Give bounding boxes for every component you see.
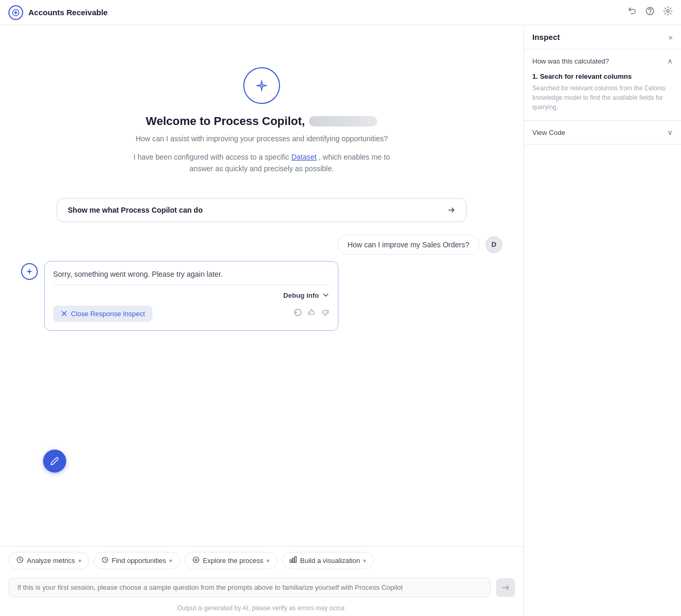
header-left: Accounts Receivable	[8, 5, 108, 20]
chip-find-opportunities[interactable]: Find opportunities ▾	[94, 552, 180, 569]
view-code-label: View Code	[532, 129, 565, 137]
debug-info-button[interactable]: Debug info	[283, 291, 329, 299]
undo-icon[interactable]	[627, 6, 637, 18]
show-me-button[interactable]: Show me what Process Copilot can do	[57, 198, 467, 222]
build-visualization-icon	[290, 556, 297, 565]
disclaimer-text: Output is generated by AI, please verify…	[0, 602, 523, 616]
how-calculated-chevron: ∧	[667, 57, 673, 65]
analyze-metrics-label: Analyze metrics	[27, 557, 75, 565]
welcome-title: Welcome to Process Copilot,	[146, 114, 378, 128]
explore-process-label: Explore the process	[203, 557, 263, 565]
svg-point-5	[195, 559, 197, 561]
chat-area: Welcome to Process Copilot, How can I as…	[0, 25, 523, 616]
welcome-dataset-text: I have been configured with access to a …	[125, 151, 398, 175]
analyze-metrics-chevron: ▾	[78, 557, 81, 565]
bot-avatar-icon	[21, 263, 38, 280]
svg-point-4	[193, 557, 199, 563]
inspect-view-code-header[interactable]: View Code ∨	[524, 121, 681, 144]
explore-process-icon	[192, 556, 200, 565]
explore-process-chevron: ▾	[266, 557, 270, 565]
header-actions	[627, 6, 673, 18]
bottom-toolbar: Analyze metrics ▾ Find opportunities ▾	[0, 546, 523, 616]
inspect-view-code-section: View Code ∨	[524, 121, 681, 144]
build-visualization-chevron: ▾	[363, 557, 366, 565]
svg-rect-8	[295, 557, 296, 562]
find-opportunities-icon	[101, 556, 109, 565]
user-message-row: How can I improve my Sales Orders? D	[21, 235, 502, 255]
show-me-label: Show me what Process Copilot can do	[68, 206, 203, 214]
error-text: Sorry, something went wrong. Please try …	[53, 270, 329, 278]
app-title: Accounts Receivable	[28, 8, 108, 17]
svg-rect-6	[290, 560, 292, 562]
thumbs-up-icon[interactable]	[307, 308, 316, 319]
user-message-bubble: How can I improve my Sales Orders?	[337, 235, 479, 255]
inspect-expand-icon[interactable]: »	[668, 33, 673, 41]
chip-explore-process[interactable]: Explore the process ▾	[184, 552, 277, 569]
svg-point-2	[667, 10, 669, 13]
build-visualization-label: Build a visualization	[300, 557, 360, 565]
view-code-chevron: ∨	[667, 128, 673, 137]
main-layout: Welcome to Process Copilot, How can I as…	[0, 25, 681, 616]
prompt-chips: Analyze metrics ▾ Find opportunities ▾	[0, 547, 523, 575]
chip-analyze-metrics[interactable]: Analyze metrics ▾	[8, 552, 89, 569]
compose-fab-button[interactable]	[43, 450, 66, 473]
feedback-icons	[294, 308, 329, 319]
welcome-title-text: Welcome to Process Copilot,	[146, 114, 305, 128]
inspect-how-calculated-header[interactable]: How was this calculated? ∧	[524, 49, 681, 72]
help-icon[interactable]	[645, 6, 655, 18]
close-inspect-label: Close Response Inspect	[71, 310, 145, 318]
dataset-link[interactable]: Dataset	[291, 153, 316, 161]
thumbs-down-icon[interactable]	[321, 308, 329, 319]
chat-input[interactable]	[8, 578, 491, 597]
inspect-title: Inspect	[532, 33, 560, 41]
how-calculated-label: How was this calculated?	[532, 57, 609, 65]
inspect-panel: Inspect » How was this calculated? ∧ 1. …	[523, 25, 681, 616]
step1-title: 1. Search for relevant columns	[532, 72, 673, 80]
username-redacted	[309, 116, 377, 127]
welcome-section: Welcome to Process Copilot, How can I as…	[21, 36, 502, 185]
analyze-metrics-icon	[16, 556, 24, 565]
close-inspect-button[interactable]: Close Response Inspect	[53, 306, 152, 322]
response-actions: Close Response Inspect	[53, 306, 329, 322]
chat-messages: Welcome to Process Copilot, How can I as…	[0, 25, 523, 546]
dataset-text-before: I have been configured with access to a …	[133, 153, 290, 161]
input-row	[0, 575, 523, 602]
send-button[interactable]	[496, 578, 515, 597]
inspect-section-body: 1. Search for relevant columns Searched …	[524, 72, 681, 120]
settings-icon[interactable]	[663, 6, 673, 18]
inspect-header: Inspect »	[524, 25, 681, 49]
copilot-icon	[243, 67, 280, 104]
debug-label: Debug info	[283, 291, 319, 299]
svg-rect-7	[293, 558, 294, 562]
inspect-how-calculated-section: How was this calculated? ∧ 1. Search for…	[524, 49, 681, 121]
chip-build-visualization[interactable]: Build a visualization ▾	[282, 552, 374, 569]
refresh-feedback-icon[interactable]	[294, 308, 302, 319]
bot-response-card: Sorry, something went wrong. Please try …	[44, 261, 338, 331]
find-opportunities-chevron: ▾	[169, 557, 172, 565]
user-avatar: D	[486, 236, 502, 253]
find-opportunities-label: Find opportunities	[112, 557, 166, 565]
app-header: Accounts Receivable	[0, 0, 681, 25]
welcome-subtitle: How can I assist with improving your pro…	[136, 134, 388, 143]
debug-row: Debug info	[53, 285, 329, 299]
app-logo	[8, 5, 23, 20]
bot-response-row: Sorry, something went wrong. Please try …	[21, 261, 502, 331]
step1-desc: Searched for relevant columns from the C…	[532, 83, 673, 112]
